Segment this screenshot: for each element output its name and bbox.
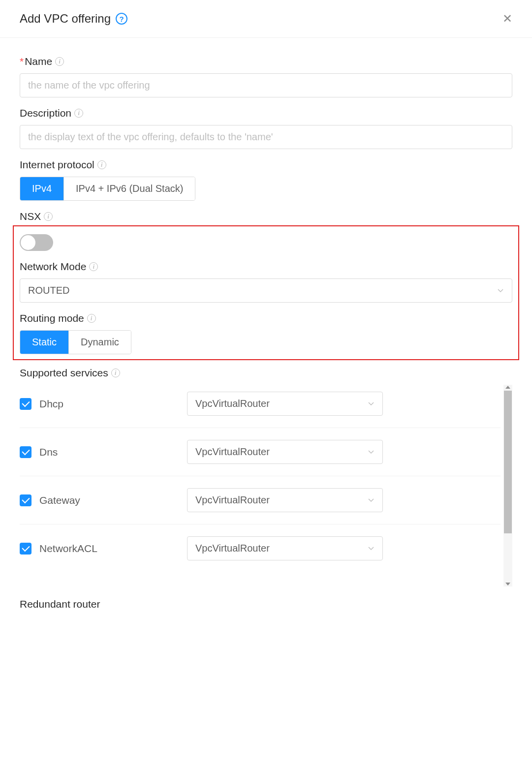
field-network-mode: Network Mode i ROUTED [20,261,512,303]
service-name: Gateway [39,494,80,506]
label-name: *Name i [20,56,512,67]
routing-mode-group: Static Dynamic [20,330,131,354]
service-name: NetworkACL [39,543,97,555]
label-routing-mode: Routing mode i [20,312,512,324]
checkbox-dhcp[interactable] [20,398,31,410]
chevron-down-icon [368,401,375,407]
services-container: Dhcp VpcVirtualRouter Dns VpcVirtualRout… [20,385,512,586]
service-row: Dns VpcVirtualRouter [20,428,501,476]
provider-select-dns[interactable]: VpcVirtualRouter [187,440,383,464]
modal-header: Add VPC offering ? ✕ [0,0,532,38]
required-star: * [20,56,24,67]
scrollbar[interactable] [503,385,512,586]
label-internet-protocol: Internet protocol i [20,159,512,171]
info-icon[interactable]: i [89,262,98,271]
close-icon[interactable]: ✕ [502,12,512,26]
checkbox-dns[interactable] [20,446,31,458]
field-description: Description i [20,107,512,149]
toggle-knob [21,235,35,250]
label-nsx: NSX i [20,211,512,222]
service-row: NetworkACL VpcVirtualRouter [20,524,501,572]
radio-static[interactable]: Static [20,331,69,354]
info-icon[interactable]: i [74,109,83,118]
field-nsx-toggle [20,234,512,251]
info-icon[interactable]: i [44,212,53,221]
checkbox-gateway[interactable] [20,494,31,506]
scrollbar-down-icon[interactable] [505,583,510,586]
scrollbar-up-icon[interactable] [505,386,510,389]
chevron-down-icon [368,545,375,552]
service-name: Dns [39,446,58,458]
info-icon[interactable]: i [97,160,106,169]
info-icon[interactable]: i [87,314,96,323]
chevron-down-icon [368,449,375,456]
radio-ipv4-ipv6[interactable]: IPv4 + IPv6 (Dual Stack) [64,177,195,200]
label-redundant-router: Redundant router [20,598,512,610]
description-input[interactable] [20,125,512,149]
chevron-down-icon [497,287,504,294]
service-name: Dhcp [39,398,63,410]
modal-title: Add VPC offering [20,12,111,26]
field-internet-protocol: Internet protocol i IPv4 IPv4 + IPv6 (Du… [20,159,512,201]
help-icon[interactable]: ? [116,13,127,25]
chevron-down-icon [368,497,375,504]
services-list: Dhcp VpcVirtualRouter Dns VpcVirtualRout… [20,385,501,586]
label-description: Description i [20,107,512,119]
info-icon[interactable]: i [55,57,64,66]
provider-select-gateway[interactable]: VpcVirtualRouter [187,488,383,512]
service-row: Gateway VpcVirtualRouter [20,476,501,524]
label-network-mode: Network Mode i [20,261,512,273]
label-supported-services: Supported services i [20,367,512,379]
highlight-box: Network Mode i ROUTED Routing mode i Sta… [13,225,519,360]
service-row: Dhcp VpcVirtualRouter [20,385,501,428]
modal-title-container: Add VPC offering ? [20,12,127,26]
provider-select-networkacl[interactable]: VpcVirtualRouter [187,536,383,560]
nsx-toggle[interactable] [20,234,53,251]
checkbox-networkacl[interactable] [20,543,31,555]
field-name: *Name i [20,56,512,97]
modal-body: *Name i Description i Internet protocol … [0,38,532,628]
radio-ipv4[interactable]: IPv4 [20,177,64,200]
name-input[interactable] [20,73,512,97]
internet-protocol-group: IPv4 IPv4 + IPv6 (Dual Stack) [20,177,195,201]
scrollbar-thumb[interactable] [504,391,512,533]
info-icon[interactable]: i [111,369,120,377]
provider-select-dhcp[interactable]: VpcVirtualRouter [187,392,383,416]
network-mode-select[interactable]: ROUTED [20,278,512,303]
radio-dynamic[interactable]: Dynamic [69,331,131,354]
field-routing-mode: Routing mode i Static Dynamic [20,312,512,354]
